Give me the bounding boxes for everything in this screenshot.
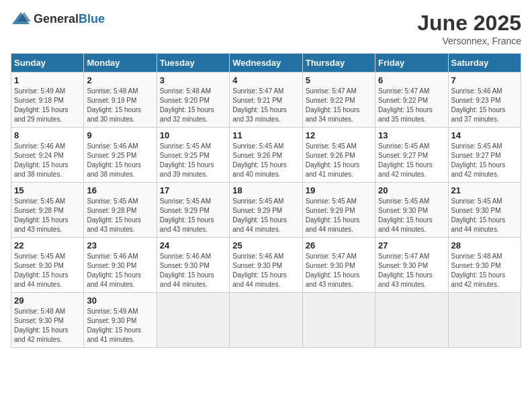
calendar-day-9: 9Sunrise: 5:46 AMSunset: 9:25 PMDaylight… <box>84 128 157 183</box>
calendar-day-4: 4Sunrise: 5:47 AMSunset: 9:21 PMDaylight… <box>230 73 302 128</box>
calendar-day-23: 23Sunrise: 5:46 AMSunset: 9:30 PMDayligh… <box>84 238 157 293</box>
calendar-day-17: 17Sunrise: 5:45 AMSunset: 9:29 PMDayligh… <box>157 183 229 238</box>
month-title: June 2025 <box>417 11 521 36</box>
title-area: June 2025 Versonnex, France <box>417 11 521 46</box>
calendar-day-26: 26Sunrise: 5:47 AMSunset: 9:30 PMDayligh… <box>302 238 375 293</box>
empty-cell <box>157 293 229 348</box>
calendar-day-15: 15Sunrise: 5:45 AMSunset: 9:28 PMDayligh… <box>11 183 84 238</box>
calendar-day-11: 11Sunrise: 5:45 AMSunset: 9:26 PMDayligh… <box>230 128 302 183</box>
calendar-day-30: 30Sunrise: 5:49 AMSunset: 9:30 PMDayligh… <box>84 293 157 348</box>
weekday-header-saturday: Saturday <box>448 54 521 73</box>
calendar-day-27: 27Sunrise: 5:47 AMSunset: 9:30 PMDayligh… <box>375 238 448 293</box>
logo-general: General <box>34 12 79 26</box>
calendar-day-6: 6Sunrise: 5:47 AMSunset: 9:22 PMDaylight… <box>375 73 448 128</box>
location: Versonnex, France <box>417 36 521 46</box>
logo-blue: Blue <box>79 12 105 26</box>
empty-cell <box>448 293 521 348</box>
weekday-header-monday: Monday <box>84 54 157 73</box>
calendar-day-16: 16Sunrise: 5:45 AMSunset: 9:28 PMDayligh… <box>84 183 157 238</box>
calendar-day-21: 21Sunrise: 5:45 AMSunset: 9:30 PMDayligh… <box>448 183 521 238</box>
calendar-day-28: 28Sunrise: 5:48 AMSunset: 9:30 PMDayligh… <box>448 238 521 293</box>
empty-cell <box>375 293 448 348</box>
calendar-day-22: 22Sunrise: 5:45 AMSunset: 9:30 PMDayligh… <box>11 238 84 293</box>
calendar-day-29: 29Sunrise: 5:48 AMSunset: 9:30 PMDayligh… <box>11 293 84 348</box>
header: GeneralBlue June 2025 Versonnex, France <box>11 11 521 46</box>
calendar-table: SundayMondayTuesdayWednesdayThursdayFrid… <box>11 53 521 348</box>
weekday-header-sunday: Sunday <box>11 54 84 73</box>
calendar-day-20: 20Sunrise: 5:45 AMSunset: 9:30 PMDayligh… <box>375 183 448 238</box>
calendar-day-24: 24Sunrise: 5:46 AMSunset: 9:30 PMDayligh… <box>157 238 229 293</box>
weekday-header-tuesday: Tuesday <box>157 54 229 73</box>
calendar-day-8: 8Sunrise: 5:46 AMSunset: 9:24 PMDaylight… <box>11 128 84 183</box>
weekday-header-friday: Friday <box>375 54 448 73</box>
calendar-day-13: 13Sunrise: 5:45 AMSunset: 9:27 PMDayligh… <box>375 128 448 183</box>
weekday-header-wednesday: Wednesday <box>230 54 302 73</box>
calendar-day-19: 19Sunrise: 5:45 AMSunset: 9:29 PMDayligh… <box>302 183 375 238</box>
empty-cell <box>230 293 302 348</box>
calendar-day-5: 5Sunrise: 5:47 AMSunset: 9:22 PMDaylight… <box>302 73 375 128</box>
logo: GeneralBlue <box>11 11 105 27</box>
calendar-day-1: 1Sunrise: 5:49 AMSunset: 9:18 PMDaylight… <box>11 73 84 128</box>
calendar-day-10: 10Sunrise: 5:45 AMSunset: 9:25 PMDayligh… <box>157 128 229 183</box>
calendar-day-3: 3Sunrise: 5:48 AMSunset: 9:20 PMDaylight… <box>157 73 229 128</box>
calendar-day-2: 2Sunrise: 5:48 AMSunset: 9:19 PMDaylight… <box>84 73 157 128</box>
calendar-day-7: 7Sunrise: 5:46 AMSunset: 9:23 PMDaylight… <box>448 73 521 128</box>
calendar-day-12: 12Sunrise: 5:45 AMSunset: 9:26 PMDayligh… <box>302 128 375 183</box>
calendar-day-18: 18Sunrise: 5:45 AMSunset: 9:29 PMDayligh… <box>230 183 302 238</box>
calendar-day-25: 25Sunrise: 5:46 AMSunset: 9:30 PMDayligh… <box>230 238 302 293</box>
calendar-day-14: 14Sunrise: 5:45 AMSunset: 9:27 PMDayligh… <box>448 128 521 183</box>
logo-icon <box>11 11 31 27</box>
weekday-header-thursday: Thursday <box>302 54 375 73</box>
empty-cell <box>302 293 375 348</box>
